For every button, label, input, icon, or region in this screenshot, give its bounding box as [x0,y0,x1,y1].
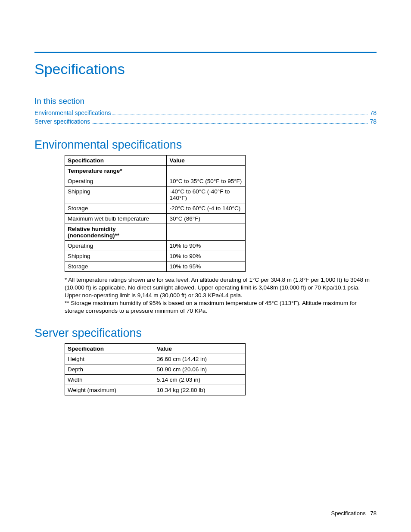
table-row: Temperature range* [65,165,246,176]
table-row: Maximum wet bulb temperature30°C (86°F) [65,213,246,224]
env-note-2: ** Storage maximum humidity of 95% is ba… [65,299,372,315]
cell-spec: Maximum wet bulb temperature [65,213,167,224]
table-row: Depth50.90 cm (20.06 in) [65,364,246,374]
toc-link-label: Environmental specifications [34,109,111,117]
toc-page-number: 78 [370,109,377,117]
cell-value: 10% to 90% [167,251,246,261]
footer-page: 78 [371,510,377,516]
cell-value: 36.60 cm (14.42 in) [154,354,245,364]
cell-spec: Storage [65,261,167,271]
toc-link-label: Server specifications [34,117,90,126]
table-row: Width5.14 cm (2.03 in) [65,374,246,385]
cell-value [167,165,246,176]
table-header-value: Value [167,155,246,165]
cell-spec: Temperature range* [65,165,167,176]
page-footer: Specifications 78 [331,510,377,516]
table-row: Operating10°C to 35°C (50°F to 95°F) [65,176,246,186]
cell-spec: Shipping [65,251,167,261]
table-header-row: Specification Value [65,155,246,165]
table-row: Height36.60 cm (14.42 in) [65,354,246,364]
cell-value: 10.34 kg (22.80 lb) [154,385,245,395]
cell-value: -40°C to 60°C (-40°F to 140°F) [167,186,246,203]
toc-leader-dots [92,123,368,124]
cell-spec: Storage [65,203,167,213]
table-row: Storage-20°C to 60°C (-4 to 140°C) [65,203,246,213]
cell-value: 10°C to 35°C (50°F to 95°F) [167,176,246,186]
cell-spec: Operating [65,240,167,251]
table-row: Storage10% to 95% [65,261,246,271]
table-header-row: Specification Value [65,343,246,354]
table-row: Relative humidity (noncondensing)** [65,224,246,240]
cell-spec: Weight (maximum) [65,385,154,395]
cell-value: 50.90 cm (20.06 in) [154,364,245,374]
cell-value: -20°C to 60°C (-4 to 140°C) [167,203,246,213]
toc-page-number: 78 [370,117,377,126]
table-row: Operating10% to 90% [65,240,246,251]
cell-value [167,224,246,240]
cell-spec: Operating [65,176,167,186]
table-header-spec: Specification [65,343,154,354]
in-this-section-label: In this section [34,96,377,106]
toc-leader-dots [112,115,368,115]
footer-label: Specifications [331,510,365,516]
cell-spec: Shipping [65,186,167,203]
server-spec-table: Specification Value Height36.60 cm (14.4… [65,343,246,395]
toc-line[interactable]: Environmental specifications 78 [34,109,377,117]
cell-value: 5.14 cm (2.03 in) [154,374,245,385]
table-row: Weight (maximum)10.34 kg (22.80 lb) [65,385,246,395]
cell-spec: Width [65,374,154,385]
table-header-spec: Specification [65,155,167,165]
page-title: Specifications [34,61,377,78]
server-heading: Server specifications [34,327,377,340]
toc-line[interactable]: Server specifications 78 [34,117,377,126]
cell-value: 30°C (86°F) [167,213,246,224]
table-header-value: Value [154,343,245,354]
toc: Environmental specifications 78 Server s… [34,109,377,126]
top-rule [34,52,377,53]
environmental-heading: Environmental specifications [34,138,377,152]
cell-spec: Relative humidity (noncondensing)** [65,224,167,240]
environmental-spec-table: Specification Value Temperature range* O… [65,155,246,272]
cell-value: 10% to 90% [167,240,246,251]
cell-spec: Depth [65,364,154,374]
cell-value: 10% to 95% [167,261,246,271]
env-note-1: * All temperature ratings shown are for … [65,276,372,300]
table-row: Shipping-40°C to 60°C (-40°F to 140°F) [65,186,246,203]
table-row: Shipping10% to 90% [65,251,246,261]
cell-spec: Height [65,354,154,364]
